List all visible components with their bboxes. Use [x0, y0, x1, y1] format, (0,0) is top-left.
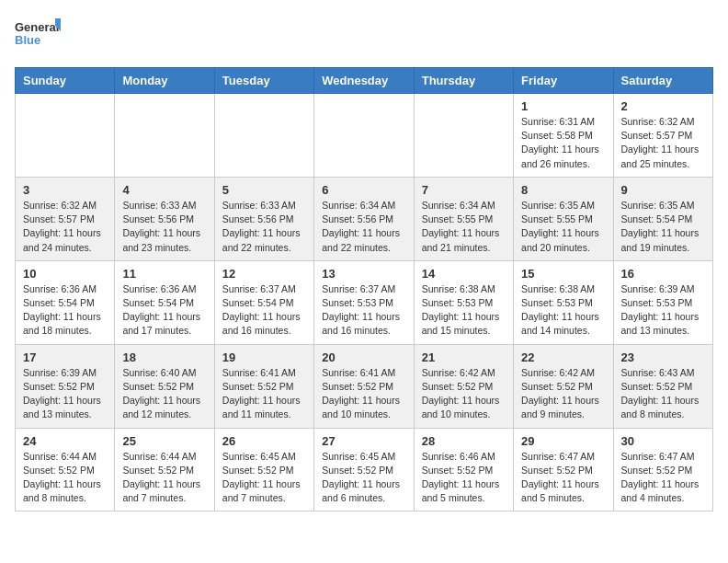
day-info: Sunrise: 6:45 AM Sunset: 5:52 PM Dayligh… — [222, 450, 306, 506]
week-row-2: 3Sunrise: 6:32 AM Sunset: 5:57 PM Daylig… — [16, 177, 713, 260]
day-number: 4 — [122, 183, 206, 197]
day-info: Sunrise: 6:46 AM Sunset: 5:52 PM Dayligh… — [422, 450, 506, 506]
day-number: 29 — [521, 434, 605, 448]
calendar-cell: 1Sunrise: 6:31 AM Sunset: 5:58 PM Daylig… — [514, 94, 613, 178]
day-info: Sunrise: 6:44 AM Sunset: 5:52 PM Dayligh… — [122, 450, 206, 506]
calendar-cell: 16Sunrise: 6:39 AM Sunset: 5:53 PM Dayli… — [613, 260, 712, 344]
day-info: Sunrise: 6:41 AM Sunset: 5:52 PM Dayligh… — [322, 366, 405, 422]
calendar-cell: 3Sunrise: 6:32 AM Sunset: 5:57 PM Daylig… — [16, 177, 115, 260]
calendar-cell: 19Sunrise: 6:41 AM Sunset: 5:52 PM Dayli… — [214, 344, 313, 428]
calendar-cell: 6Sunrise: 6:34 AM Sunset: 5:56 PM Daylig… — [314, 177, 414, 260]
calendar-cell: 30Sunrise: 6:47 AM Sunset: 5:52 PM Dayli… — [613, 428, 712, 511]
day-info: Sunrise: 6:41 AM Sunset: 5:52 PM Dayligh… — [222, 366, 306, 422]
day-info: Sunrise: 6:42 AM Sunset: 5:52 PM Dayligh… — [521, 366, 605, 422]
svg-text:Blue: Blue — [15, 33, 40, 47]
day-number: 22 — [521, 350, 605, 364]
day-info: Sunrise: 6:35 AM Sunset: 5:55 PM Dayligh… — [521, 199, 605, 255]
day-info: Sunrise: 6:44 AM Sunset: 5:52 PM Dayligh… — [23, 450, 107, 506]
header-thursday: Thursday — [414, 68, 513, 94]
calendar-cell: 9Sunrise: 6:35 AM Sunset: 5:54 PM Daylig… — [613, 177, 712, 260]
day-number: 30 — [621, 434, 705, 448]
day-number: 27 — [322, 434, 405, 448]
day-info: Sunrise: 6:34 AM Sunset: 5:55 PM Dayligh… — [422, 199, 506, 255]
header-monday: Monday — [115, 68, 214, 94]
day-info: Sunrise: 6:37 AM Sunset: 5:53 PM Dayligh… — [322, 282, 405, 339]
calendar-header-row: SundayMondayTuesdayWednesdayThursdayFrid… — [16, 68, 713, 94]
week-row-3: 10Sunrise: 6:36 AM Sunset: 5:54 PM Dayli… — [16, 260, 713, 344]
calendar-cell: 12Sunrise: 6:37 AM Sunset: 5:54 PM Dayli… — [214, 260, 313, 344]
day-number: 9 — [621, 183, 705, 197]
header-sunday: Sunday — [16, 68, 115, 94]
calendar-cell: 2Sunrise: 6:32 AM Sunset: 5:57 PM Daylig… — [613, 94, 712, 178]
day-number: 12 — [222, 267, 306, 281]
day-info: Sunrise: 6:45 AM Sunset: 5:52 PM Dayligh… — [322, 450, 405, 506]
calendar-cell: 17Sunrise: 6:39 AM Sunset: 5:52 PM Dayli… — [16, 344, 115, 428]
header-saturday: Saturday — [613, 68, 712, 94]
day-number: 21 — [422, 350, 506, 364]
day-number: 20 — [322, 350, 405, 364]
day-number: 1 — [521, 99, 605, 113]
day-info: Sunrise: 6:34 AM Sunset: 5:56 PM Dayligh… — [322, 199, 405, 255]
header-tuesday: Tuesday — [214, 68, 313, 94]
calendar-cell: 14Sunrise: 6:38 AM Sunset: 5:53 PM Dayli… — [414, 260, 513, 344]
day-info: Sunrise: 6:37 AM Sunset: 5:54 PM Dayligh… — [222, 282, 306, 339]
day-info: Sunrise: 6:38 AM Sunset: 5:53 PM Dayligh… — [521, 282, 605, 339]
calendar-cell: 5Sunrise: 6:33 AM Sunset: 5:56 PM Daylig… — [214, 177, 313, 260]
calendar-cell: 20Sunrise: 6:41 AM Sunset: 5:52 PM Dayli… — [314, 344, 414, 428]
header-friday: Friday — [514, 68, 613, 94]
day-number: 8 — [521, 183, 605, 197]
calendar-cell: 10Sunrise: 6:36 AM Sunset: 5:54 PM Dayli… — [16, 260, 115, 344]
calendar-cell — [16, 94, 115, 178]
day-number: 10 — [23, 267, 107, 281]
day-info: Sunrise: 6:33 AM Sunset: 5:56 PM Dayligh… — [222, 199, 306, 255]
day-info: Sunrise: 6:43 AM Sunset: 5:52 PM Dayligh… — [621, 366, 705, 422]
calendar-cell: 21Sunrise: 6:42 AM Sunset: 5:52 PM Dayli… — [414, 344, 513, 428]
day-number: 15 — [521, 267, 605, 281]
day-info: Sunrise: 6:33 AM Sunset: 5:56 PM Dayligh… — [122, 199, 206, 255]
day-number: 17 — [23, 350, 107, 364]
day-info: Sunrise: 6:36 AM Sunset: 5:54 PM Dayligh… — [23, 282, 107, 339]
calendar-cell — [314, 94, 414, 178]
day-number: 18 — [122, 350, 206, 364]
day-info: Sunrise: 6:31 AM Sunset: 5:58 PM Dayligh… — [521, 115, 605, 171]
calendar-cell: 11Sunrise: 6:36 AM Sunset: 5:54 PM Dayli… — [115, 260, 214, 344]
day-info: Sunrise: 6:47 AM Sunset: 5:52 PM Dayligh… — [521, 450, 605, 506]
page-header: General Blue — [15, 15, 713, 56]
logo-icon: General Blue — [15, 15, 61, 56]
day-number: 3 — [23, 183, 107, 197]
logo: General Blue — [15, 15, 61, 56]
day-number: 19 — [222, 350, 306, 364]
calendar-cell: 15Sunrise: 6:38 AM Sunset: 5:53 PM Dayli… — [514, 260, 613, 344]
day-info: Sunrise: 6:40 AM Sunset: 5:52 PM Dayligh… — [122, 366, 206, 422]
day-info: Sunrise: 6:39 AM Sunset: 5:53 PM Dayligh… — [621, 282, 705, 339]
calendar-cell: 27Sunrise: 6:45 AM Sunset: 5:52 PM Dayli… — [314, 428, 414, 511]
calendar-cell — [214, 94, 313, 178]
day-number: 28 — [422, 434, 506, 448]
calendar-cell — [414, 94, 513, 178]
week-row-1: 1Sunrise: 6:31 AM Sunset: 5:58 PM Daylig… — [16, 94, 713, 178]
calendar-cell: 23Sunrise: 6:43 AM Sunset: 5:52 PM Dayli… — [613, 344, 712, 428]
calendar-cell: 13Sunrise: 6:37 AM Sunset: 5:53 PM Dayli… — [314, 260, 414, 344]
day-info: Sunrise: 6:32 AM Sunset: 5:57 PM Dayligh… — [23, 199, 107, 255]
day-info: Sunrise: 6:42 AM Sunset: 5:52 PM Dayligh… — [422, 366, 506, 422]
day-number: 23 — [621, 350, 705, 364]
svg-text:General: General — [15, 20, 59, 34]
calendar-cell — [115, 94, 214, 178]
calendar-table: SundayMondayTuesdayWednesdayThursdayFrid… — [15, 67, 713, 511]
day-info: Sunrise: 6:39 AM Sunset: 5:52 PM Dayligh… — [23, 366, 107, 422]
day-number: 26 — [222, 434, 306, 448]
day-info: Sunrise: 6:35 AM Sunset: 5:54 PM Dayligh… — [621, 199, 705, 255]
calendar-cell: 29Sunrise: 6:47 AM Sunset: 5:52 PM Dayli… — [514, 428, 613, 511]
day-number: 25 — [122, 434, 206, 448]
calendar-cell: 22Sunrise: 6:42 AM Sunset: 5:52 PM Dayli… — [514, 344, 613, 428]
day-info: Sunrise: 6:32 AM Sunset: 5:57 PM Dayligh… — [621, 115, 705, 171]
day-number: 24 — [23, 434, 107, 448]
day-number: 11 — [122, 267, 206, 281]
calendar-cell: 25Sunrise: 6:44 AM Sunset: 5:52 PM Dayli… — [115, 428, 214, 511]
calendar-cell: 28Sunrise: 6:46 AM Sunset: 5:52 PM Dayli… — [414, 428, 513, 511]
calendar-cell: 26Sunrise: 6:45 AM Sunset: 5:52 PM Dayli… — [214, 428, 313, 511]
day-number: 6 — [322, 183, 405, 197]
week-row-5: 24Sunrise: 6:44 AM Sunset: 5:52 PM Dayli… — [16, 428, 713, 511]
calendar-cell: 8Sunrise: 6:35 AM Sunset: 5:55 PM Daylig… — [514, 177, 613, 260]
day-number: 2 — [621, 99, 705, 113]
